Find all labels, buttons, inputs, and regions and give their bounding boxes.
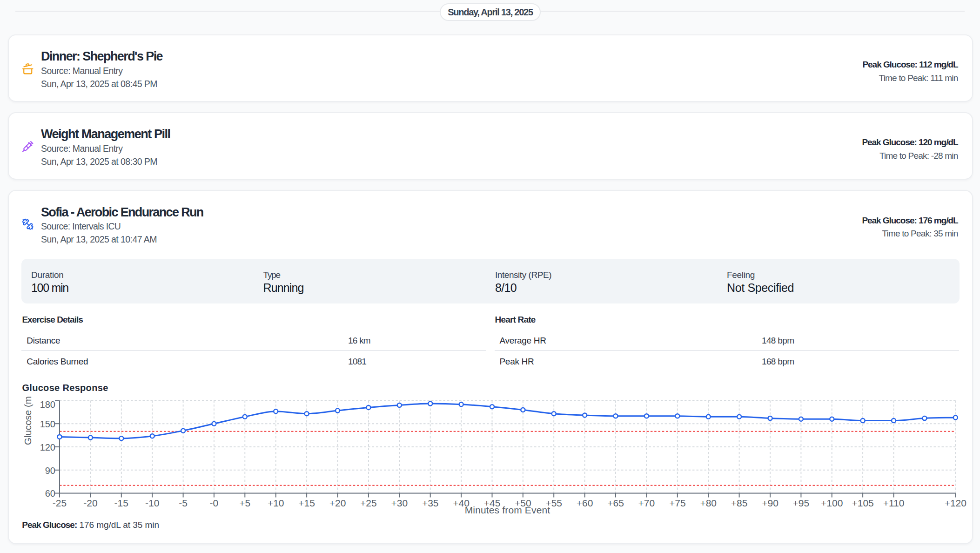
svg-text:+5: +5 — [239, 498, 250, 508]
svg-text:+30: +30 — [391, 498, 408, 508]
svg-text:+100: +100 — [821, 498, 843, 508]
svg-text:120: 120 — [40, 442, 55, 452]
svg-text:+85: +85 — [731, 498, 748, 508]
svg-text:-10: -10 — [145, 498, 159, 508]
svg-text:+90: +90 — [762, 498, 779, 508]
svg-text:+120: +120 — [945, 498, 967, 508]
svg-text:+10: +10 — [268, 498, 284, 508]
svg-text:-15: -15 — [114, 498, 128, 508]
svg-text:+20: +20 — [329, 498, 346, 508]
svg-text:Glucose (m: Glucose (m — [22, 396, 33, 445]
svg-text:-25: -25 — [53, 498, 67, 508]
svg-text:150: 150 — [40, 419, 55, 429]
svg-text:+105: +105 — [852, 498, 873, 508]
svg-text:+35: +35 — [422, 498, 439, 508]
svg-text:+95: +95 — [793, 498, 810, 508]
svg-text:+65: +65 — [607, 498, 624, 508]
svg-text:Minutes from Event: Minutes from Event — [465, 505, 550, 515]
svg-text:60: 60 — [45, 488, 55, 499]
svg-text:+75: +75 — [669, 498, 686, 508]
svg-text:+15: +15 — [298, 498, 315, 508]
svg-text:-0: -0 — [210, 498, 219, 508]
svg-text:90: 90 — [45, 465, 55, 476]
svg-text:+80: +80 — [700, 498, 717, 508]
svg-text:-20: -20 — [83, 498, 97, 508]
svg-text:+60: +60 — [577, 498, 593, 508]
svg-text:+110: +110 — [883, 498, 905, 508]
svg-text:+70: +70 — [638, 498, 655, 508]
svg-text:180: 180 — [40, 399, 55, 410]
svg-text:-5: -5 — [179, 498, 188, 508]
svg-text:+25: +25 — [360, 498, 377, 508]
